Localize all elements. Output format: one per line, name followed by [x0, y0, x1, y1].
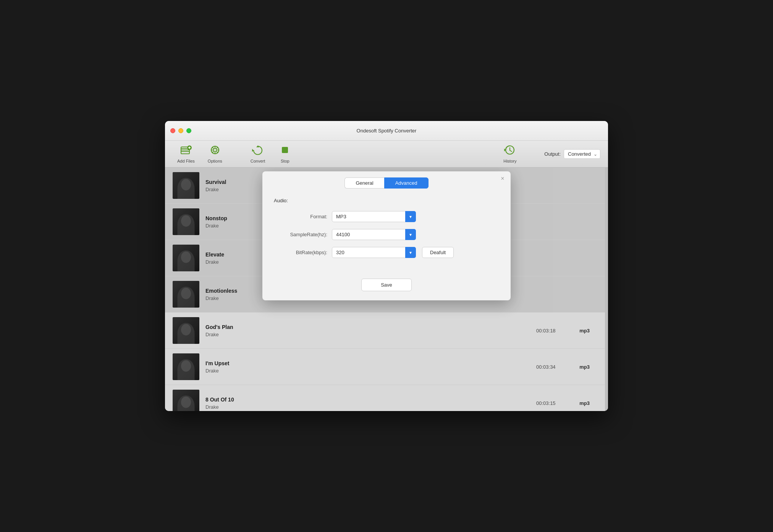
add-files-label: Add Files — [177, 159, 195, 163]
bitrate-label: BitRate(kbps): — [274, 250, 327, 255]
format-select-wrapper: MP3 AAC FLAC WAV ▾ — [332, 211, 416, 222]
audio-section-label: Audio: — [274, 198, 499, 203]
svg-line-16 — [212, 152, 213, 153]
modal-body: Audio: Format: MP3 AAC FLAC WAV ▾ — [262, 192, 511, 271]
svg-line-13 — [212, 147, 213, 148]
convert-label: Convert — [251, 159, 265, 163]
svg-line-23 — [510, 150, 512, 152]
minimize-button[interactable] — [178, 128, 183, 133]
format-select[interactable]: MP3 AAC FLAC WAV — [332, 211, 416, 222]
stop-label: Stop — [281, 159, 289, 163]
add-files-icon — [180, 145, 192, 157]
svg-rect-19 — [282, 147, 288, 153]
default-button[interactable]: Deafult — [422, 247, 454, 258]
format-label: Format: — [274, 214, 327, 219]
svg-line-14 — [217, 152, 218, 153]
options-icon — [209, 145, 221, 157]
output-select-wrapper: Converted — [564, 149, 600, 159]
options-label: Options — [208, 159, 222, 163]
toolbar: Add Files Options — [165, 141, 608, 168]
bitrate-select-wrapper: 320 256 192 128 ▾ — [332, 247, 416, 258]
tab-advanced[interactable]: Advanced — [384, 177, 429, 189]
main-window: Ondesoft Spotify Converter Add Files — [165, 121, 608, 411]
convert-icon — [252, 145, 264, 157]
convert-button[interactable]: Convert — [246, 142, 270, 166]
samplerate-select-wrapper: 44100 22050 48000 ▾ — [332, 229, 416, 240]
svg-point-8 — [213, 148, 217, 152]
history-button[interactable]: History — [498, 142, 521, 166]
save-button[interactable]: Save — [361, 279, 412, 291]
output-select[interactable]: Converted — [564, 149, 600, 159]
modal-close-button[interactable]: × — [499, 175, 506, 182]
tab-general[interactable]: General — [344, 177, 384, 189]
modal-overlay: × General Advanced Audio: Format: M — [165, 168, 608, 411]
close-button[interactable] — [170, 128, 175, 133]
traffic-lights — [170, 128, 191, 133]
svg-line-15 — [217, 147, 218, 148]
stop-icon — [279, 145, 291, 157]
modal-footer: Save — [262, 271, 511, 300]
output-label: Output: — [544, 151, 561, 157]
options-button[interactable]: Options — [203, 142, 227, 166]
format-row: Format: MP3 AAC FLAC WAV ▾ — [274, 211, 499, 222]
bitrate-row: BitRate(kbps): 320 256 192 128 ▾ Deafult — [274, 247, 499, 258]
fullscreen-button[interactable] — [186, 128, 191, 133]
bitrate-select[interactable]: 320 256 192 128 — [332, 247, 416, 258]
history-icon — [504, 145, 516, 157]
output-section: Output: Converted — [544, 149, 600, 159]
samplerate-select[interactable]: 44100 22050 48000 — [332, 229, 416, 240]
add-files-button[interactable]: Add Files — [173, 142, 199, 166]
stop-button[interactable]: Stop — [273, 142, 296, 166]
close-icon: × — [501, 175, 504, 182]
samplerate-row: SampleRate(hz): 44100 22050 48000 ▾ — [274, 229, 499, 240]
history-label: History — [503, 159, 516, 163]
options-modal: × General Advanced Audio: Format: M — [262, 171, 511, 300]
title-bar: Ondesoft Spotify Converter — [165, 121, 608, 141]
main-content: Survival Drake Nonstop Drake — [165, 168, 608, 411]
modal-tabs: General Advanced — [262, 171, 511, 192]
samplerate-label: SampleRate(hz): — [274, 232, 327, 237]
window-title: Ondesoft Spotify Converter — [357, 128, 417, 134]
